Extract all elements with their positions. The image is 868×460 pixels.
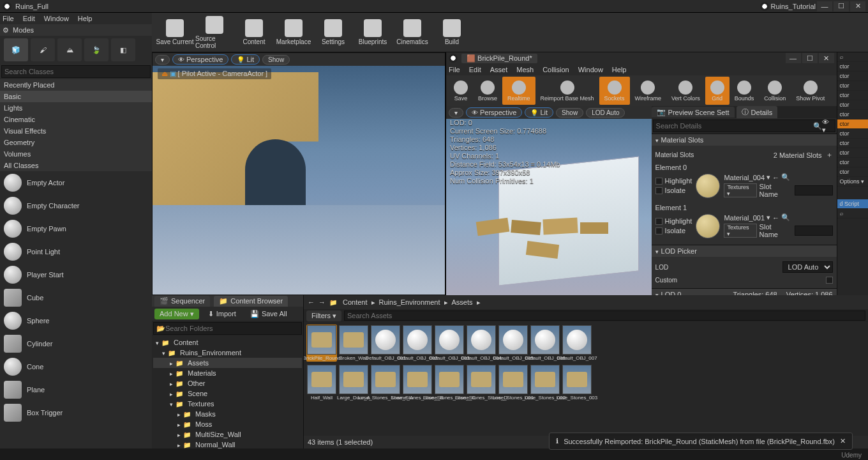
mesh-tool-show-pivot[interactable]: Show Pivot (791, 77, 830, 105)
tree-multisize_wall[interactable]: MultiSize_Wall (153, 429, 302, 440)
tree-textures[interactable]: Textures (153, 399, 302, 409)
maximize-button[interactable]: ☐ (834, 1, 849, 12)
mode-foliage[interactable]: 🍃 (84, 38, 108, 61)
place-item[interactable]: Empty Pawn (0, 217, 152, 240)
mesh-tool-wireframe[interactable]: Wireframe (630, 77, 667, 105)
place-item[interactable]: Player Start (0, 263, 152, 286)
el1-isolate[interactable]: Isolate (655, 227, 692, 234)
nav-back-icon[interactable]: ← (308, 298, 315, 306)
vp-perspective[interactable]: 👁 Perspective (172, 54, 228, 65)
lod-select[interactable]: LOD Auto (782, 261, 833, 273)
asset-tile[interactable]: Lose_Stones_003 (562, 364, 592, 401)
vp-options[interactable]: ▾ (155, 55, 170, 65)
menu-file[interactable]: File (3, 15, 14, 22)
place-item[interactable]: Box Trigger (0, 401, 152, 424)
asset-tile[interactable]: Default_OBJ_007 (562, 325, 592, 362)
mode-paint[interactable]: 🖌 (31, 38, 55, 61)
mesh-tool-grid[interactable]: Grid (705, 77, 730, 105)
mesh-vp-lod[interactable]: LOD Auto (586, 108, 625, 118)
toolbar-content[interactable]: Content (235, 15, 273, 50)
place-item[interactable]: Plane (0, 378, 152, 401)
mesh-vp-show[interactable]: Show (556, 108, 583, 118)
outliner-search[interactable]: ⌕ (837, 52, 868, 62)
mat0-thumb[interactable] (696, 174, 720, 198)
cat-recently[interactable]: Recently Placed (0, 79, 152, 91)
level-tab[interactable]: Ruins_Full (15, 3, 49, 10)
tab-details[interactable]: ⓘ Details (737, 106, 778, 118)
place-item[interactable]: Cylinder (0, 332, 152, 355)
sub-menu-asset[interactable]: Asset (490, 66, 508, 73)
sub-menu-edit[interactable]: Edit (469, 66, 481, 73)
mat0-find-icon[interactable]: 🔍 (781, 173, 790, 181)
toolbar-source-control[interactable]: Source Control (195, 15, 234, 50)
tree-content[interactable]: Content (153, 337, 302, 348)
cat-cinematic[interactable]: Cinematic (0, 114, 152, 125)
cat-vfx[interactable]: Visual Effects (0, 125, 152, 137)
mesh-tab[interactable]: 🟫 BrickPile_Round* (461, 54, 537, 63)
tab-preview-scene[interactable]: 📷 Preview Scene Sett (652, 107, 735, 118)
mat0-textures[interactable]: Textures ▾ (724, 183, 756, 197)
close-button[interactable]: ✕ (850, 1, 865, 12)
vp-show[interactable]: Show (262, 55, 290, 65)
outliner-selected[interactable]: ctor (837, 119, 868, 129)
tree-scene[interactable]: Scene (153, 388, 302, 399)
details-search-input[interactable] (656, 122, 814, 130)
toast-close-icon[interactable]: ✕ (840, 437, 846, 445)
mesh-viewport[interactable]: ▾ 👁 Perspective 💡 Lit Show LOD Auto LOD:… (446, 106, 652, 295)
mat1-slotname-input[interactable] (795, 226, 833, 236)
mesh-tool-browse[interactable]: Browse (473, 77, 502, 105)
details-search-right[interactable]: ⌕ (837, 209, 868, 218)
sub-menu-window[interactable]: Window (578, 66, 603, 73)
search-classes[interactable] (1, 65, 151, 78)
mesh-tool-realtime[interactable]: Realtime (502, 77, 535, 105)
toolbar-blueprints[interactable]: Blueprints (354, 15, 392, 50)
asset-tile[interactable]: Default_OBJ_006 (530, 325, 560, 362)
sec-material-slots[interactable]: Material Slots (652, 134, 837, 146)
filters-button[interactable]: Filters ▾ (306, 310, 341, 321)
add-new-button[interactable]: Add New ▾ (154, 309, 199, 319)
tree-moss[interactable]: Moss (153, 419, 302, 429)
import-button[interactable]: ⬇ Import (203, 309, 241, 319)
mesh-vp-perspective[interactable]: 👁 Perspective (466, 107, 522, 118)
add-slot-icon[interactable]: ＋ (826, 150, 833, 160)
crumb-ruins[interactable]: Ruins_Environment (379, 298, 440, 306)
mesh-tool-vert-colors[interactable]: Vert Colors (666, 77, 705, 105)
sources-toggle-icon[interactable]: 📂 (156, 325, 165, 333)
tab-content-browser[interactable]: 📁 Content Browser (214, 296, 288, 307)
toolbar-cinematics[interactable]: Cinematics (393, 15, 431, 50)
sec-lod0[interactable]: LOD 0Triangles: 648 Vertices: 1,086 (652, 289, 837, 295)
crumb-assets[interactable]: Assets (452, 298, 473, 306)
sub-minimize[interactable]: — (786, 53, 801, 63)
blueprint-script-button[interactable]: d Script (837, 199, 868, 209)
asset-tile[interactable]: Broken_Wall (338, 325, 369, 362)
place-item[interactable]: Empty Character (0, 194, 152, 217)
sub-menu-mesh[interactable]: Mesh (516, 66, 534, 73)
tree-masks[interactable]: Masks (153, 409, 302, 419)
tree-normal_wall[interactable]: Normal_Wall (153, 440, 302, 448)
mesh-vp-options[interactable]: ▾ (449, 108, 463, 118)
asset-tile[interactable]: Default_OBJ_003 (434, 325, 465, 362)
sub-menu-file[interactable]: File (449, 66, 460, 73)
sub-maximize[interactable]: ☐ (802, 53, 818, 63)
mat0-dropdown-icon[interactable]: ▾ (767, 173, 770, 181)
pilot-overlay[interactable]: ⏏ ▣ [ Pilot Active - CameraActor ] (158, 68, 271, 79)
mat1-browse-icon[interactable]: ← (772, 214, 779, 222)
place-item[interactable]: Point Light (0, 240, 152, 263)
place-item[interactable]: Cone (0, 355, 152, 378)
mesh-tool-reimport-base-mesh[interactable]: Reimport Base Mesh (535, 77, 599, 105)
el0-isolate[interactable]: Isolate (655, 187, 692, 194)
tree-materials[interactable]: Materials (153, 368, 302, 378)
mat1-find-icon[interactable]: 🔍 (781, 213, 790, 222)
mesh-vp-lit[interactable]: 💡 Lit (525, 107, 553, 118)
search-classes-input[interactable] (4, 68, 147, 75)
mode-geometry[interactable]: ◧ (111, 38, 135, 61)
mesh-tool-sockets[interactable]: Sockets (599, 77, 630, 105)
menu-window[interactable]: Window (44, 15, 69, 22)
mesh-tool-save[interactable]: Save (449, 77, 473, 105)
asset-tile[interactable]: Half_Wall (306, 364, 337, 401)
cat-lights[interactable]: Lights (0, 102, 152, 114)
cat-basic[interactable]: Basic (0, 91, 152, 102)
tab-sequencer[interactable]: 🎬 Sequencer (154, 296, 210, 307)
tree-assets[interactable]: Assets (153, 358, 302, 368)
place-item[interactable]: Cube (0, 286, 152, 309)
